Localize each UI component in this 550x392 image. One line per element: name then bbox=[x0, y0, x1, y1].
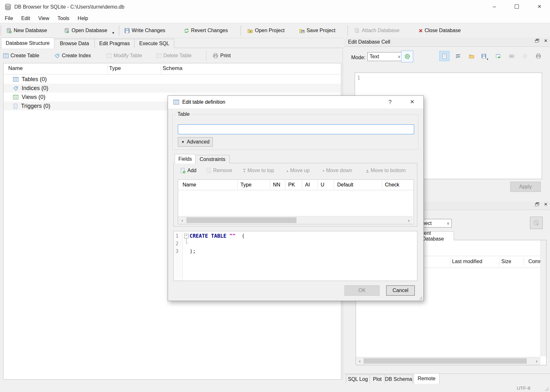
fields-horizontal-scrollbar[interactable]: ‹ › bbox=[178, 216, 413, 224]
column-schema[interactable]: Schema bbox=[163, 65, 182, 72]
menu-file[interactable]: File bbox=[1, 14, 17, 23]
save-project-button[interactable]: Save Project bbox=[297, 25, 338, 36]
dialog-close-button[interactable]: × bbox=[408, 98, 416, 106]
title-bar: DB Browser for SQLite - C:\Users\turne\d… bbox=[0, 0, 550, 14]
column-type[interactable]: Type bbox=[109, 65, 121, 72]
menu-edit[interactable]: Edit bbox=[17, 14, 34, 23]
dialog-resize-grip[interactable] bbox=[419, 296, 422, 300]
menu-tools[interactable]: Tools bbox=[53, 14, 73, 23]
import-cell-button[interactable] bbox=[467, 51, 476, 61]
tab-browse-data[interactable]: Browse Data bbox=[54, 39, 95, 48]
resize-grip[interactable] bbox=[545, 387, 549, 391]
main-toolbar: New Database Open Database ▾ Write Chang… bbox=[0, 23, 550, 38]
fold-marker-icon[interactable]: − bbox=[184, 234, 189, 238]
ok-button[interactable]: OK bbox=[345, 285, 379, 296]
create-index-button[interactable]: Create Index bbox=[54, 53, 91, 59]
maximize-icon bbox=[515, 4, 519, 9]
create-table-button[interactable]: Create Table bbox=[3, 53, 39, 59]
float-dock-icon[interactable] bbox=[535, 38, 540, 43]
open-database-dropdown-arrow[interactable]: ▾ bbox=[112, 31, 114, 35]
tab-remote[interactable]: Remote bbox=[414, 373, 440, 384]
cancel-button[interactable]: Cancel bbox=[386, 285, 415, 296]
tree-item-tables[interactable]: Tables (0) bbox=[3, 75, 341, 84]
text-mode-button[interactable] bbox=[439, 51, 449, 61]
tree-item-indices[interactable]: Indices (0) bbox=[3, 84, 341, 93]
remote-push-button[interactable] bbox=[530, 217, 543, 229]
column-size[interactable]: Size bbox=[501, 259, 511, 264]
table-name-input[interactable] bbox=[178, 124, 414, 134]
horizontal-scrollbar[interactable]: ‹ › bbox=[356, 357, 540, 365]
column-divider[interactable] bbox=[161, 64, 161, 73]
close-button[interactable]: × bbox=[532, 1, 547, 12]
add-field-button[interactable]: Add bbox=[180, 166, 196, 175]
tab-database-structure[interactable]: Database Structure bbox=[1, 38, 54, 48]
set-null-button[interactable] bbox=[520, 51, 530, 61]
vertical-scrollbar[interactable] bbox=[540, 240, 546, 356]
close-database-icon bbox=[419, 29, 423, 33]
close-dock-icon[interactable]: × bbox=[544, 202, 547, 206]
tab-db-schema[interactable]: DB Schema bbox=[385, 374, 413, 383]
tab-execute-sql[interactable]: Execute SQL bbox=[134, 39, 174, 48]
link-button[interactable] bbox=[507, 51, 516, 61]
advanced-button[interactable]: ▼ Advanced bbox=[178, 137, 213, 147]
tab-edit-pragmas[interactable]: Edit Pragmas bbox=[94, 39, 135, 48]
print-cell-button[interactable] bbox=[533, 51, 543, 61]
move-to-top-button[interactable]: ▴ Move to top bbox=[243, 166, 274, 175]
gear-icon bbox=[404, 53, 410, 60]
encoding-indicator[interactable]: UTF-8 bbox=[517, 385, 531, 391]
close-dock-icon[interactable]: × bbox=[544, 38, 547, 43]
export-cell-button[interactable]: ▾ bbox=[480, 51, 490, 61]
move-to-bottom-button[interactable]: ▾ Move to bottom bbox=[366, 166, 406, 175]
sql-preview[interactable]: 1 2 3 − CREATE TABLE "" ( ); bbox=[173, 231, 417, 281]
scroll-left-arrow[interactable]: ‹ bbox=[357, 358, 362, 363]
scrollbar-thumb[interactable] bbox=[364, 358, 527, 364]
scrollbar-thumb[interactable] bbox=[186, 217, 296, 223]
toolbar-grip[interactable] bbox=[1, 26, 3, 35]
print-button[interactable]: Print bbox=[213, 53, 231, 59]
new-database-button[interactable]: New Database bbox=[4, 25, 50, 36]
column-divider[interactable] bbox=[450, 257, 450, 266]
remove-field-button[interactable]: Remove bbox=[206, 166, 232, 175]
write-changes-button[interactable]: Write Changes bbox=[122, 25, 168, 36]
menu-help[interactable]: Help bbox=[73, 14, 92, 23]
column-divider[interactable] bbox=[499, 257, 499, 266]
dialog-help-button[interactable]: ? bbox=[386, 98, 394, 106]
column-last-modified[interactable]: Last modified bbox=[452, 259, 482, 264]
auto-detect-button[interactable] bbox=[401, 51, 413, 62]
mode-select[interactable]: Text ∨ bbox=[367, 52, 403, 61]
move-up-button[interactable]: ▴ Move up bbox=[287, 166, 310, 175]
modify-table-button[interactable]: Modify Table bbox=[106, 53, 142, 59]
minimize-button[interactable]: – bbox=[487, 1, 502, 12]
maximize-button[interactable] bbox=[509, 1, 524, 12]
tab-fields[interactable]: Fields bbox=[175, 154, 196, 164]
word-wrap-button[interactable] bbox=[453, 51, 463, 61]
move-down-button[interactable]: ▾ Move down bbox=[323, 166, 352, 175]
save-project-icon bbox=[299, 28, 305, 33]
modify-table-icon bbox=[106, 53, 112, 58]
close-database-button[interactable]: Close Database bbox=[416, 25, 463, 36]
open-database-button[interactable]: Open Database bbox=[62, 25, 110, 36]
attach-database-button[interactable]: Attach Database bbox=[352, 25, 402, 36]
delete-table-button[interactable]: Delete Table bbox=[156, 53, 192, 59]
tab-sql-log[interactable]: SQL Log bbox=[346, 374, 370, 383]
window-title: DB Browser for SQLite - C:\Users\turne\d… bbox=[14, 4, 124, 10]
scroll-right-arrow[interactable]: › bbox=[534, 358, 539, 363]
dialog-title: Edit table definition bbox=[182, 99, 225, 105]
apply-button[interactable]: Apply bbox=[510, 182, 541, 192]
structure-toolbar: Create Table Create Index Modify Table D… bbox=[3, 49, 340, 62]
col-pk: PK bbox=[288, 180, 295, 190]
column-divider[interactable] bbox=[107, 64, 108, 73]
revert-changes-button[interactable]: Revert Changes bbox=[181, 25, 231, 36]
column-divider[interactable] bbox=[524, 257, 524, 266]
menu-view[interactable]: View bbox=[34, 14, 53, 23]
open-project-button[interactable]: Open Project bbox=[245, 25, 287, 36]
column-name[interactable]: Name bbox=[8, 65, 23, 72]
open-in-app-button[interactable] bbox=[493, 51, 503, 61]
tab-plot[interactable]: Plot bbox=[370, 374, 385, 383]
export-dropdown-arrow: ▾ bbox=[487, 58, 488, 61]
float-dock-icon[interactable] bbox=[535, 202, 540, 206]
scroll-right-arrow[interactable]: › bbox=[406, 218, 411, 223]
tab-constraints[interactable]: Constraints bbox=[195, 155, 230, 164]
tab-current-database[interactable]: rent Database bbox=[419, 231, 454, 240]
scroll-left-arrow[interactable]: ‹ bbox=[180, 218, 185, 223]
